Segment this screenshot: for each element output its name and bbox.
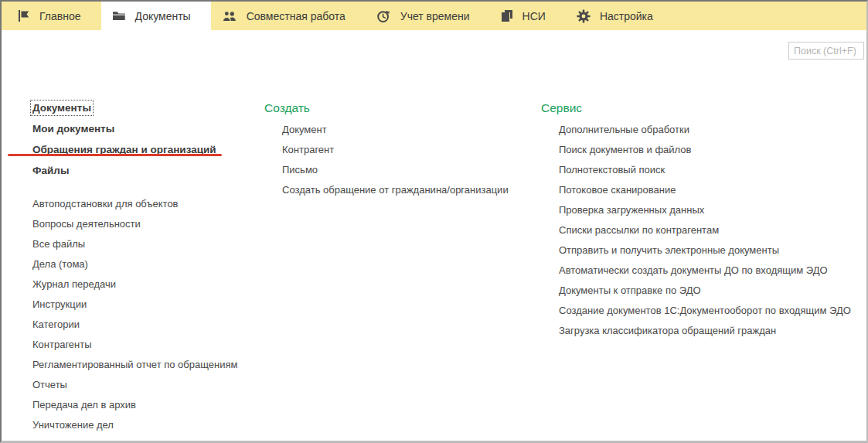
search-input[interactable] [788, 42, 864, 60]
tab-label: Настройка [600, 10, 653, 22]
section-tabbar: Главное Документы Совместная работа [2, 2, 866, 30]
service-item[interactable]: Поиск документов и файлов [559, 139, 851, 159]
create-items-list: Документ Контрагент Письмо Создать обращ… [282, 119, 509, 199]
tab-nsi[interactable]: НСИ [490, 2, 566, 30]
nav-primary-item-label: Файлы [32, 165, 69, 176]
flag-icon [17, 9, 30, 22]
tab-nastroyka[interactable]: Настройка [566, 2, 673, 30]
nav-primary-item[interactable]: Документы [32, 97, 216, 118]
create-section-title: Создать [264, 97, 310, 118]
nav-items-list: Автоподстановки для объектов Вопросы дея… [32, 193, 237, 434]
nav-primary-item-label: Документы [32, 102, 91, 114]
nav-primary-item[interactable]: Обращения граждан и организаций [32, 139, 216, 160]
tab-uchet-vremeni[interactable]: Учет времени [366, 2, 490, 30]
service-item[interactable]: Документы к отправке по ЭДО [559, 280, 851, 300]
tab-label: НСИ [523, 10, 546, 22]
service-item[interactable]: Автоматически создать документы ДО по вх… [559, 260, 851, 280]
tab-label: Главное [39, 10, 81, 22]
nav-item[interactable]: Отчеты [32, 374, 237, 394]
folder-icon [112, 10, 126, 22]
clock-icon [376, 9, 391, 23]
tab-dokumenty[interactable]: Документы [101, 2, 211, 30]
service-item[interactable]: Полнотекстовый поиск [559, 159, 851, 179]
tab-label: Учет времени [400, 10, 470, 22]
service-item[interactable]: Создание документов 1С:Документооборот п… [559, 300, 851, 320]
nav-item[interactable]: Вопросы деятельности [32, 213, 237, 233]
nav-item[interactable]: Инструкции [32, 294, 237, 314]
tab-glavnoe[interactable]: Главное [6, 2, 101, 30]
people-icon [222, 10, 237, 22]
tab-label: Документы [135, 10, 191, 22]
nav-primary-list: Документы Мои документы Обращения гражда… [32, 97, 216, 181]
nav-item[interactable]: Категории [32, 314, 237, 334]
tab-label: Совместная работа [247, 10, 345, 22]
service-section-title: Сервис [541, 97, 582, 118]
create-item[interactable]: Документ [282, 119, 509, 139]
nav-item[interactable]: Журнал передачи [32, 274, 237, 294]
nav-primary-item[interactable]: Мои документы [32, 118, 216, 139]
gear-icon [577, 9, 591, 23]
service-items-list: Дополнительные обработки Поиск документо… [559, 119, 851, 340]
create-item[interactable]: Контрагент [282, 139, 509, 159]
service-item[interactable]: Проверка загруженных данных [559, 199, 851, 220]
nav-item[interactable]: Уничтожение дел [32, 414, 237, 434]
app-window: Главное Документы Совместная работа [0, 0, 868, 443]
service-item[interactable]: Дополнительные обработки [559, 119, 851, 139]
service-item[interactable]: Отправить и получить электронные докумен… [559, 240, 851, 260]
service-item[interactable]: Списки рассылки по контрагентам [559, 220, 851, 240]
pages-icon [501, 9, 513, 22]
create-item[interactable]: Создать обращение от гражданина/организа… [282, 179, 509, 199]
nav-primary-item[interactable]: Файлы [32, 160, 216, 181]
service-item[interactable]: Потоковое сканирование [559, 179, 851, 199]
nav-item[interactable]: Дела (тома) [32, 254, 237, 274]
nav-item[interactable]: Передача дел в архив [32, 394, 237, 414]
nav-item[interactable]: Контрагенты [32, 334, 237, 354]
tab-sovmestnaya-rabota[interactable]: Совместная работа [211, 2, 366, 30]
nav-item[interactable]: Регламентированный отчет по обращениям [32, 354, 237, 374]
nav-item[interactable]: Автоподстановки для объектов [32, 193, 237, 213]
nav-primary-item-label: Мои документы [32, 123, 114, 135]
service-item[interactable]: Загрузка классификатора обращений гражда… [559, 320, 851, 340]
red-underline-annotation [8, 154, 222, 156]
nav-item[interactable]: Все файлы [32, 233, 237, 254]
create-item[interactable]: Письмо [282, 159, 509, 179]
